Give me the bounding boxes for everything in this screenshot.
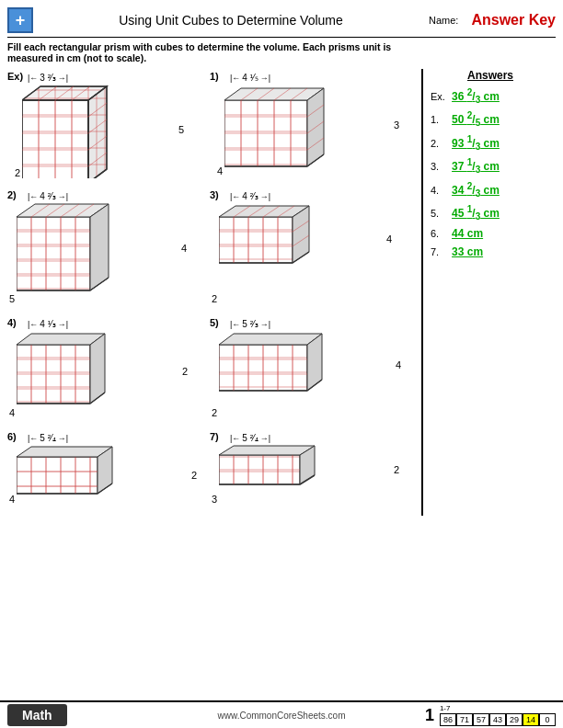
problem1-dim-bottom: 4: [217, 165, 223, 176]
svg-marker-109: [17, 447, 112, 457]
answer-5: 5. 45 1/3 cm: [431, 204, 550, 222]
answer-2: 2. 93 1/3 cm: [431, 134, 550, 152]
problem5-top-dim: |← 5 ²⁄₃ →|: [230, 319, 270, 329]
problem3-top-dim: |← 4 ²⁄₃ →|: [230, 191, 270, 201]
answer-7: 7. 33 cm: [431, 245, 550, 258]
score-section: 1-7 86 71 57 43 29 14 0: [440, 704, 556, 726]
problem2-label: 2): [7, 189, 17, 200]
problem2-top-dim: |← 4 ²⁄₃ →|: [28, 191, 68, 201]
svg-marker-96: [219, 334, 322, 345]
problem2-dim-bottom: 5: [9, 293, 15, 304]
answers-panel: Answers Ex. 36 2/3 cm 1. 50 2/5 cm 2. 93…: [421, 69, 550, 516]
svg-marker-48: [90, 204, 109, 290]
answer-3: 3. 37 1/3 cm: [431, 157, 550, 175]
problem4-cube: [17, 328, 210, 420]
example-problem: Ex) |← 3 ²⁄₃ →|: [7, 69, 210, 178]
problem7-dim-right: 2: [394, 464, 399, 475]
problem5-label: 5): [210, 317, 219, 328]
problems-area: Ex) |← 3 ²⁄₃ →|: [7, 69, 421, 516]
problem6-top-dim: |← 5 ²⁄₄ →|: [28, 433, 68, 443]
example-label: Ex): [7, 71, 23, 82]
problem7-label: 7): [210, 431, 219, 442]
instructions: Fill each rectangular prism with cubes t…: [7, 41, 412, 63]
footer: Math www.CommonCoreSheets.com 1 1-7 86 7…: [0, 700, 563, 728]
score-29: 29: [506, 713, 523, 726]
answer-key-label: Answer Key: [471, 12, 556, 28]
answer-4-value: 34 2/3 cm: [452, 184, 500, 197]
score-86: 86: [440, 713, 456, 726]
problem4-dim-right: 2: [182, 366, 188, 377]
answer-6-value: 44 cm: [452, 227, 483, 240]
problem4-top-dim: |← 4 ¹⁄₃ →|: [28, 319, 68, 329]
answer-4-label: 4.: [431, 185, 449, 196]
answer-3-label: 3.: [431, 161, 449, 172]
problem-7: 7) |← 5 ²⁄₄ →|: [210, 429, 412, 506]
problem1-top-dim: |← 4 ¹⁄₅ →|: [230, 73, 270, 83]
score-43: 43: [489, 713, 506, 726]
problem-row-3: 6) |← 5 ²⁄₄ →|: [7, 429, 421, 506]
problem5-dim-right: 4: [396, 359, 401, 370]
problem3-dim-right: 4: [386, 233, 392, 245]
problem3-cube: [219, 200, 412, 279]
name-label: Name:: [429, 15, 458, 26]
problem7-top-dim: |← 5 ²⁄₄ →|: [230, 433, 270, 443]
score-14: 14: [523, 713, 539, 726]
problem-row-1: 2) |← 4 ²⁄₃ →|: [7, 188, 421, 306]
problem3-dim-bottom: 2: [212, 293, 217, 304]
math-label: Math: [7, 704, 67, 726]
page-title: Using Unit Cubes to Determine Volume: [33, 13, 429, 28]
problem7-cube: [219, 442, 412, 502]
answer-ex-label: Ex.: [431, 91, 449, 102]
answer-6-label: 6.: [431, 228, 449, 239]
svg-marker-122: [219, 446, 315, 455]
score-0: 0: [539, 713, 556, 726]
answer-3-value: 37 1/3 cm: [452, 160, 500, 173]
score-range: 1-7: [440, 704, 556, 712]
svg-marker-84: [90, 334, 105, 404]
answer-2-label: 2.: [431, 138, 449, 149]
problem5-cube: [219, 328, 412, 402]
answer-1-value: 50 2/5 cm: [452, 113, 500, 126]
answer-5-label: 5.: [431, 208, 449, 219]
answer-6: 6. 44 cm: [431, 227, 550, 240]
score-71: 71: [456, 713, 473, 726]
problem4-label: 4): [7, 317, 17, 328]
example-top-dim: |← 3 ²⁄₃ →|: [28, 73, 68, 83]
page-number: 1: [425, 706, 434, 725]
svg-rect-46: [17, 217, 90, 290]
problem-2: 2) |← 4 ²⁄₃ →|: [7, 188, 210, 306]
problem1-label: 1): [210, 71, 219, 82]
problem1-cube: [224, 82, 412, 178]
problem-5: 5) |← 5 ²⁄₃ →|: [210, 315, 412, 420]
score-57: 57: [473, 713, 489, 726]
example-dim-right: 5: [178, 124, 184, 135]
answer-ex-value: 36 2/3 cm: [452, 90, 500, 103]
problem-6: 6) |← 5 ²⁄₄ →|: [7, 429, 210, 506]
problem3-label: 3): [210, 189, 219, 200]
problem6-dim-bottom: 4: [9, 494, 15, 505]
example-dim-bottom: 2: [15, 167, 20, 178]
problem-4: 4) |← 4 ¹⁄₃ →|: [7, 315, 210, 420]
problem-1: 1) |← 4 ¹⁄₅ →|: [210, 69, 412, 178]
svg-rect-108: [17, 457, 98, 494]
answer-7-label: 7.: [431, 246, 449, 257]
svg-rect-64: [219, 217, 293, 263]
footer-url: www.CommonCoreSheets.com: [218, 711, 346, 721]
problem1-dim-right: 3: [394, 119, 399, 131]
problem6-cube: [17, 442, 210, 506]
answer-2-value: 93 1/3 cm: [452, 137, 500, 150]
problem5-dim-bottom: 2: [212, 407, 217, 418]
answer-7-value: 33 cm: [452, 245, 483, 258]
answer-ex: Ex. 36 2/3 cm: [431, 87, 550, 105]
svg-marker-27: [224, 88, 324, 100]
answer-4: 4. 34 2/3 cm: [431, 181, 550, 199]
answers-title: Answers: [431, 69, 550, 82]
problem4-dim-bottom: 4: [9, 407, 15, 418]
problem6-dim-right: 2: [191, 470, 197, 481]
answer-5-value: 45 1/3 cm: [452, 207, 500, 220]
problem6-label: 6): [7, 431, 17, 442]
header: + Using Unit Cubes to Determine Volume N…: [7, 7, 556, 38]
problem7-dim-bottom: 3: [212, 494, 217, 505]
page: + Using Unit Cubes to Determine Volume N…: [0, 0, 563, 728]
problem-row-0: Ex) |← 3 ²⁄₃ →|: [7, 69, 421, 178]
